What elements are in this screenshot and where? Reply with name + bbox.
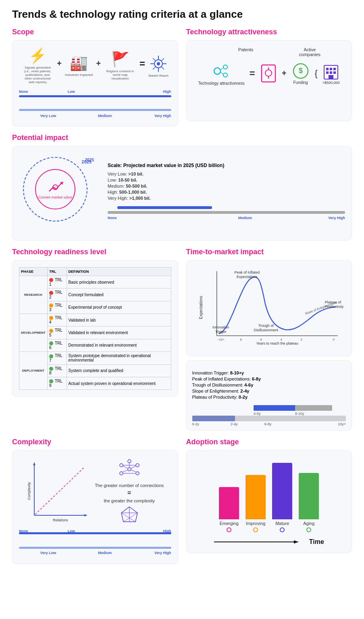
svg-text:Relations: Relations: [53, 518, 68, 522]
circle-diagram: ↑ Current market value 2025 2025: [19, 153, 100, 234]
current-market-label: Current market value: [38, 195, 72, 199]
slider-high-label: High: [163, 90, 171, 94]
svg-line-9: [153, 67, 156, 69]
adoption-bar: [299, 473, 319, 519]
svg-text:4: 4: [280, 338, 282, 341]
bar-label-4-6y: 4-6y: [254, 412, 261, 416]
trl-number: TRL 3: [47, 301, 67, 314]
svg-line-6: [153, 58, 156, 61]
adoption-bar-label: Improving: [246, 521, 265, 526]
svg-point-12: [223, 73, 227, 77]
potential-card: ↑ Current market value 2025 2025 Scale: …: [12, 146, 352, 240]
adoption-bar-label: Emerging: [220, 521, 239, 526]
slider-veryhigh-label: Very High: [154, 114, 171, 118]
slider-verylow-label: Very Low: [40, 114, 56, 118]
trl-table: PHASE TRL DEFINITION RESEARCHTRL 1Basic …: [19, 267, 171, 390]
svg-point-58: [128, 460, 131, 463]
svg-rect-26: [330, 71, 332, 74]
trl-number: TRL 2: [47, 289, 67, 301]
svg-text:Years to reach the plateau: Years to reach the plateau: [256, 341, 298, 345]
svg-line-13: [220, 68, 223, 70]
svg-marker-77: [294, 540, 299, 544]
comp-slider-none: None: [19, 529, 28, 533]
svg-point-16: [265, 70, 272, 76]
svg-point-1: [157, 62, 160, 65]
scale-row-veryhigh: Very High: >1,000 bil.: [108, 196, 345, 201]
trl-number: TRL 5: [47, 326, 67, 339]
threshold-label: >$500,000: [322, 81, 340, 85]
trl-definition: Basic principles observed: [67, 276, 171, 289]
legend-row-3: Slope of Enlightenment: 2-4y: [192, 389, 346, 393]
equals-sign: =: [250, 68, 255, 79]
adoption-bar-item: Mature: [272, 463, 292, 532]
trl-card: PHASE TRL DEFINITION RESEARCHTRL 1Basic …: [12, 260, 178, 397]
equals-op: =: [139, 58, 145, 69]
scope-slider: None Low High Very Low Medium Very High: [19, 90, 171, 119]
svg-text:~10+: ~10+: [217, 338, 225, 341]
trl-definition: Validated in lab: [67, 314, 171, 326]
scale-title: Scale: Projected market value in 2025 (U…: [108, 163, 345, 168]
adoption-dot: [280, 527, 285, 532]
adoption-bar: [245, 475, 266, 519]
ttm-bars: 4-6y 8-10y 0-2y 2-4y 6-8y 10y+: [192, 405, 346, 425]
phase-cell-development: DEVELOPMENT: [19, 314, 48, 352]
slider-medium-label: Medium: [98, 114, 112, 118]
svg-rect-28: [329, 75, 333, 79]
scope-title: Scope: [12, 28, 178, 36]
svg-text:Expectations: Expectations: [236, 275, 257, 279]
market-reach-icon: [148, 54, 168, 74]
company-icon: [323, 62, 339, 81]
svg-line-65: [123, 466, 128, 468]
svg-rect-27: [333, 71, 336, 74]
funding-label: Funding: [293, 80, 308, 85]
phase-cell-research: RESEARCH: [19, 276, 48, 314]
trl-header-def: DEFINITION: [67, 268, 171, 276]
scale-row-high: High: 500-1,000 bil.: [108, 190, 345, 194]
svg-line-14: [220, 72, 223, 74]
svg-point-63: [120, 464, 123, 467]
plus-op-1: +: [57, 59, 62, 68]
svg-line-74: [123, 513, 137, 522]
tech-attract-sublabel: Technology attractiveness: [198, 81, 245, 86]
potential-impact-section: Potential impact ↑ Current market value …: [12, 134, 352, 240]
lightning-icon: ⚡: [29, 47, 47, 64]
svg-line-8: [161, 58, 164, 61]
adoption-chart: EmergingImprovingMatureAging: [193, 463, 345, 532]
bar-label-0-2y: 0-2y: [192, 422, 200, 426]
trl-definition: Actual system proven in operational envi…: [67, 377, 171, 389]
pot-slider-medium: Medium: [238, 216, 252, 220]
network-icon: [117, 457, 141, 481]
svg-point-60: [136, 472, 139, 475]
complexity-diagram: Complexity Relations: [19, 457, 171, 525]
adoption-dot: [306, 527, 311, 532]
adoption-dot: [253, 527, 258, 532]
scope-label-market: Market Reach: [148, 74, 168, 77]
trl-header-phase: PHASE: [19, 268, 48, 276]
bar-label-8-10y: 8-10y: [295, 412, 304, 416]
patents-label: Patents: [238, 47, 253, 57]
plus-op-2: +: [96, 59, 101, 68]
complexity-card: Complexity Relations: [12, 450, 178, 564]
patent-icon: [260, 63, 277, 84]
bar-label-6-8y: 6-8y: [264, 422, 272, 426]
svg-text:0: 0: [333, 338, 335, 341]
svg-line-66: [131, 466, 136, 468]
tech-attract-card: Patents Active companies Technology attr…: [186, 40, 352, 121]
adoption-bar: [272, 463, 292, 519]
legend-row-1: Peak of Inflated Expectations: 6-8y: [192, 376, 346, 381]
adoption-bar-label: Aging: [303, 521, 314, 526]
adoption-bar-label: Mature: [275, 521, 289, 526]
adoption-bar: [219, 487, 239, 519]
adoption-bar-item: Emerging: [219, 487, 239, 532]
complexity-plot: Complexity Relations: [26, 459, 91, 523]
svg-text:6: 6: [260, 338, 262, 341]
svg-rect-23: [330, 68, 332, 70]
adoption-title: Adoption stage: [186, 438, 352, 446]
potential-title: Potential impact: [12, 134, 352, 142]
trl-number: TRL 9: [47, 377, 67, 389]
svg-line-55: [35, 467, 85, 514]
growth-icon: ↑: [47, 179, 63, 195]
complexity-title: Complexity: [12, 438, 178, 446]
svg-point-10: [214, 68, 220, 74]
bar-label-10y: 10y+: [338, 422, 346, 426]
